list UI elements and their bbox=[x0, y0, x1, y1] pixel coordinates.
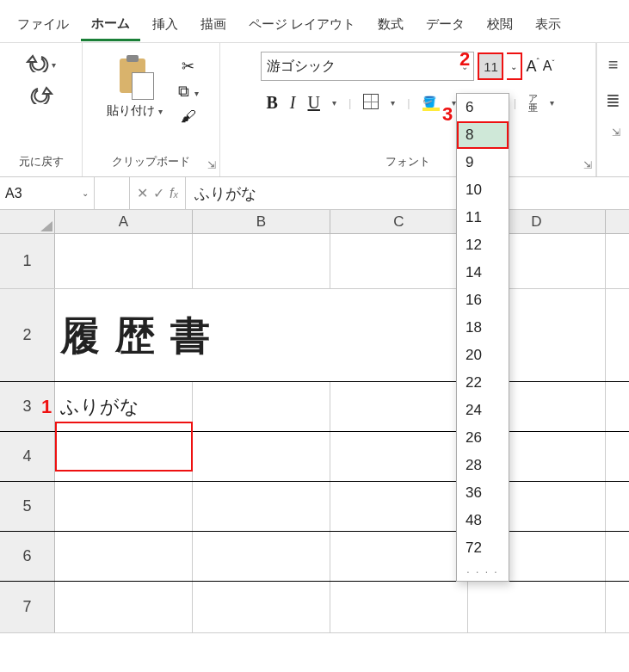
font-size-option[interactable]: 24 bbox=[457, 397, 509, 424]
cell-D7[interactable] bbox=[468, 582, 606, 632]
font-size-input[interactable]: 11 bbox=[478, 52, 503, 80]
fx-icon[interactable]: fx bbox=[170, 186, 178, 201]
cell-C6[interactable] bbox=[330, 532, 468, 581]
tab-review[interactable]: 校閲 bbox=[477, 9, 523, 40]
dialog-launcher-icon[interactable]: ⇲ bbox=[207, 159, 216, 171]
font-size-option[interactable]: 12 bbox=[457, 231, 509, 259]
format-painter-button[interactable]: 🖌 bbox=[178, 108, 198, 126]
row-header-7[interactable]: 7 bbox=[0, 582, 55, 632]
row-header-5[interactable]: 5 bbox=[0, 482, 55, 531]
fill-color-button[interactable]: 🪣 bbox=[422, 96, 440, 111]
font-size-option[interactable]: 8 bbox=[457, 121, 509, 149]
font-size-dropdown-button[interactable]: ⌄ bbox=[507, 52, 522, 80]
cancel-formula-button[interactable]: ✕ bbox=[137, 185, 148, 201]
font-size-option[interactable]: 6 bbox=[457, 94, 509, 121]
paintbrush-icon: 🖌 bbox=[181, 108, 196, 125]
tab-insert[interactable]: 挿入 bbox=[142, 9, 188, 40]
cell-C5[interactable] bbox=[330, 482, 468, 531]
formula-input[interactable]: ふりがな bbox=[186, 183, 629, 204]
tab-file[interactable]: ファイル bbox=[7, 9, 79, 40]
column-header-C[interactable]: C bbox=[330, 210, 468, 233]
font-size-option[interactable]: 10 bbox=[457, 176, 509, 204]
cell-B5[interactable] bbox=[193, 482, 330, 531]
dialog-launcher-icon[interactable]: ⇲ bbox=[612, 126, 620, 139]
tab-draw[interactable]: 描画 bbox=[190, 9, 237, 40]
bold-button[interactable]: B bbox=[266, 93, 277, 113]
cell-B6[interactable] bbox=[193, 532, 330, 581]
shrink-font-button[interactable]: Aˇ bbox=[543, 59, 555, 74]
column-header-A[interactable]: A bbox=[55, 210, 193, 233]
font-size-option[interactable]: 28 bbox=[457, 452, 509, 479]
font-size-option[interactable]: 48 bbox=[457, 507, 509, 534]
cell-B1[interactable] bbox=[193, 234, 330, 288]
underline-button[interactable]: U bbox=[308, 93, 320, 113]
row-header-1[interactable]: 1 bbox=[0, 234, 55, 288]
align-left-button[interactable]: ≣ bbox=[606, 90, 620, 111]
undo-button[interactable]: ▾ bbox=[22, 52, 59, 78]
select-all-corner[interactable] bbox=[0, 210, 55, 233]
row-1: 1 bbox=[0, 234, 629, 289]
cell-C4[interactable] bbox=[330, 432, 468, 481]
group-label-font: フォント bbox=[385, 151, 430, 173]
tab-home[interactable]: ホーム bbox=[81, 9, 140, 41]
row-3: 3 ふりがな bbox=[0, 382, 629, 432]
cell-A2[interactable]: 履歴書 bbox=[55, 289, 193, 381]
cell-A1[interactable] bbox=[55, 234, 193, 288]
cell-B7[interactable] bbox=[193, 582, 330, 632]
font-size-option[interactable]: 18 bbox=[457, 314, 509, 342]
cell-A6[interactable] bbox=[55, 532, 193, 581]
dialog-launcher-icon[interactable]: ⇲ bbox=[583, 159, 592, 171]
font-size-option[interactable]: 72 bbox=[457, 534, 509, 562]
redo-button[interactable] bbox=[26, 83, 57, 110]
tab-page-layout[interactable]: ページ レイアウト bbox=[238, 9, 366, 40]
column-headers: A B C D bbox=[0, 210, 629, 234]
font-size-option[interactable]: 36 bbox=[457, 479, 509, 507]
grow-font-button[interactable]: Aˆ bbox=[526, 58, 539, 76]
font-size-option[interactable]: 11 bbox=[457, 204, 509, 231]
font-name-select[interactable]: 游ゴシック ⌄ bbox=[261, 52, 474, 81]
font-size-option[interactable]: 9 bbox=[457, 149, 509, 176]
annotation-number-3: 3 bbox=[442, 103, 453, 126]
phonetic-guide-button[interactable]: ア 亜 bbox=[528, 94, 538, 113]
cell-A7[interactable] bbox=[55, 582, 193, 632]
tab-data[interactable]: データ bbox=[416, 9, 475, 40]
paste-label: 貼り付け bbox=[107, 103, 155, 119]
row-header-4[interactable]: 4 bbox=[0, 432, 55, 481]
row-header-2[interactable]: 2 bbox=[0, 289, 55, 381]
copy-button[interactable]: ⧉ ▾ bbox=[178, 83, 198, 101]
row-header-6[interactable]: 6 bbox=[0, 532, 55, 581]
italic-button[interactable]: I bbox=[290, 93, 296, 113]
align-top-button[interactable]: ≡ bbox=[608, 55, 619, 75]
font-size-option[interactable]: 26 bbox=[457, 424, 509, 452]
name-box[interactable]: A3 ⌄ bbox=[0, 177, 95, 209]
column-header-B[interactable]: B bbox=[193, 210, 330, 233]
cell-B4[interactable] bbox=[193, 432, 330, 481]
chevron-down-icon: ▾ bbox=[550, 98, 554, 108]
ribbon: ▾ 元に戻す 貼り付け ▾ bbox=[0, 43, 629, 177]
chevron-down-icon: ⌄ bbox=[82, 188, 89, 198]
tab-formulas[interactable]: 数式 bbox=[367, 9, 414, 40]
copy-icon: ⧉ bbox=[178, 83, 189, 100]
tab-view[interactable]: 表示 bbox=[525, 9, 571, 40]
cell-B3[interactable] bbox=[193, 382, 330, 431]
font-size-more[interactable]: . . . . bbox=[457, 562, 509, 577]
font-size-option[interactable]: 20 bbox=[457, 342, 509, 369]
cell-A5[interactable] bbox=[55, 482, 193, 531]
cell-A4[interactable] bbox=[55, 432, 193, 481]
cell-A3[interactable]: ふりがな bbox=[55, 382, 193, 431]
font-size-option[interactable]: 16 bbox=[457, 287, 509, 314]
cell-C3[interactable] bbox=[330, 382, 468, 431]
group-font: 游ゴシック ⌄ 11 ⌄ Aˆ Aˇ B I U▾ | ▾ | 🪣▾ A▾ | bbox=[220, 43, 596, 176]
border-button[interactable] bbox=[363, 94, 379, 112]
confirm-formula-button[interactable]: ✓ bbox=[153, 185, 164, 201]
cut-button[interactable]: ✂ bbox=[178, 57, 198, 76]
cell-C1[interactable] bbox=[330, 234, 468, 288]
paste-button[interactable]: 貼り付け ▾ bbox=[100, 52, 170, 119]
cell-C2[interactable] bbox=[330, 289, 468, 381]
cell-C7[interactable] bbox=[330, 582, 468, 632]
font-size-option[interactable]: 22 bbox=[457, 369, 509, 397]
group-undo: ▾ 元に戻す bbox=[0, 43, 83, 176]
chevron-down-icon: ▾ bbox=[158, 107, 163, 116]
font-size-option[interactable]: 14 bbox=[457, 259, 509, 287]
border-icon bbox=[363, 94, 379, 109]
